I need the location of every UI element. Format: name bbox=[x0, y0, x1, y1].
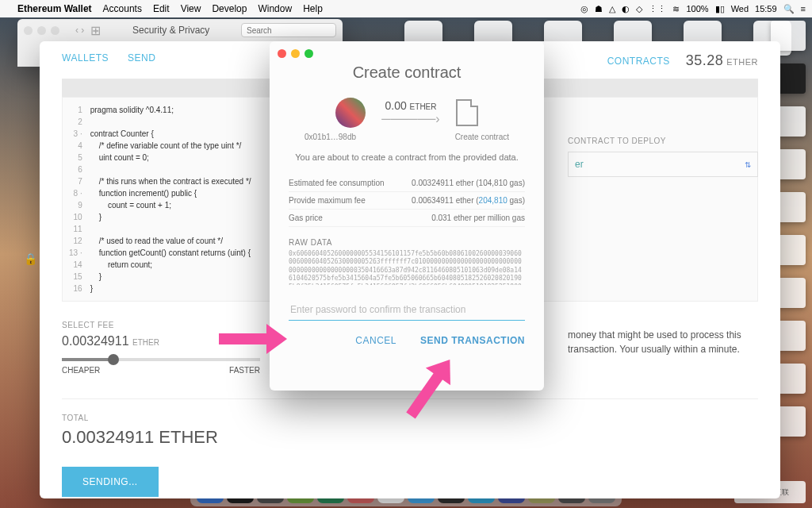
total-label: TOTAL bbox=[62, 414, 758, 422]
cancel-button[interactable]: CANCEL bbox=[355, 335, 396, 346]
status-icon: △ bbox=[609, 4, 615, 14]
fee-row-value: 0.031 ether per million gas bbox=[431, 214, 525, 222]
menu-window[interactable]: Window bbox=[258, 3, 292, 14]
password-input[interactable] bbox=[289, 299, 525, 321]
menu-help[interactable]: Help bbox=[303, 3, 323, 14]
status-icon: ◐ bbox=[622, 4, 630, 14]
menu-accounts[interactable]: Accounts bbox=[103, 3, 142, 14]
modal-title: Create contract bbox=[289, 64, 525, 82]
code-text: pragma solidity ^0.4.11; contract Counte… bbox=[90, 104, 251, 294]
nav-contracts[interactable]: CONTRACTS bbox=[607, 56, 670, 67]
fee-amount: 0.00324911 bbox=[62, 334, 129, 348]
clock-day: Wed bbox=[731, 4, 749, 13]
balance-unit: ETHER bbox=[726, 57, 758, 67]
total-value: 0.00324911 ETHER bbox=[62, 427, 758, 448]
back-icon[interactable]: ‹ › bbox=[75, 25, 84, 36]
fee-row-value: 0.00324911 ether (104,810 gas) bbox=[412, 179, 525, 187]
search-icon[interactable]: 🔍 bbox=[783, 4, 795, 14]
wifi-icon[interactable]: ⋮⋮ bbox=[649, 4, 666, 14]
fee-row-label: Provide maximum fee bbox=[289, 196, 366, 205]
slider-cheaper-label: CHEAPER bbox=[62, 366, 100, 375]
clock-time: 15:59 bbox=[755, 4, 777, 13]
window-title: Security & Privacy bbox=[101, 25, 241, 36]
tx-amount: 0.00 bbox=[385, 99, 406, 112]
to-label: Create contract bbox=[455, 133, 509, 141]
slider-thumb[interactable] bbox=[108, 354, 119, 365]
tx-amount-unit: ETHER bbox=[410, 102, 437, 111]
wifi-icon[interactable]: ≋ bbox=[672, 4, 680, 14]
info-text: money that might be used to process this… bbox=[568, 328, 758, 356]
grid-icon[interactable]: ⊞ bbox=[90, 23, 101, 38]
menu-develop[interactable]: Develop bbox=[212, 3, 247, 14]
nav-send[interactable]: SEND bbox=[128, 52, 155, 69]
macos-menubar: Ethereum Wallet Accounts Edit View Devel… bbox=[0, 0, 812, 17]
menu-view[interactable]: View bbox=[181, 3, 201, 14]
raw-data: 0x6060604052600000005534156101157fe5b5b6… bbox=[289, 250, 525, 285]
nav-wallets[interactable]: WALLETS bbox=[62, 52, 109, 69]
status-icon: ◎ bbox=[580, 4, 588, 14]
create-contract-modal: Create contract 0.00 ETHER ──────› 0x01b… bbox=[270, 41, 544, 391]
account-avatar bbox=[335, 98, 366, 128]
fee-row-value: 0.00634911 ether (204,810 gas) bbox=[412, 196, 525, 205]
traffic-lights[interactable] bbox=[24, 26, 59, 35]
lock-icon[interactable]: 🔒 bbox=[24, 252, 37, 265]
slider-faster-label: FASTER bbox=[229, 366, 260, 375]
app-name[interactable]: Ethereum Wallet bbox=[17, 3, 92, 14]
fee-slider[interactable] bbox=[62, 358, 260, 361]
battery-text: 100% bbox=[686, 4, 708, 13]
fee-unit: ETHER bbox=[132, 338, 159, 347]
modal-description: You are about to create a contract from … bbox=[289, 152, 525, 162]
gas-link[interactable]: 204,810 bbox=[479, 196, 508, 205]
fee-row-label: Gas price bbox=[289, 214, 323, 222]
status-icon: ◇ bbox=[636, 4, 642, 14]
fee-row-label: Estimated fee consumption bbox=[289, 179, 385, 187]
line-numbers: 123 ·45678 ·910111213 ·141516 bbox=[69, 104, 90, 294]
status-icon: ☗ bbox=[595, 4, 603, 14]
sending-button[interactable]: SENDING... bbox=[62, 467, 159, 497]
send-transaction-button[interactable]: SEND TRANSACTION bbox=[420, 335, 525, 346]
modal-traffic-lights[interactable] bbox=[278, 49, 313, 58]
deploy-select[interactable]: er bbox=[568, 152, 758, 177]
search-input[interactable] bbox=[241, 23, 336, 37]
notif-icon[interactable]: ≡ bbox=[801, 4, 806, 13]
from-address: 0x01b1…98db bbox=[304, 133, 356, 141]
deploy-label: CONTRACT TO DEPLOY bbox=[568, 137, 758, 145]
raw-data-label: RAW DATA bbox=[289, 238, 525, 247]
contract-icon bbox=[456, 99, 478, 126]
battery-icon: ▮▯ bbox=[715, 4, 725, 14]
menu-edit[interactable]: Edit bbox=[153, 3, 170, 14]
balance-value: 35.28 bbox=[686, 52, 724, 68]
arrow-icon: ──────› bbox=[381, 112, 439, 126]
